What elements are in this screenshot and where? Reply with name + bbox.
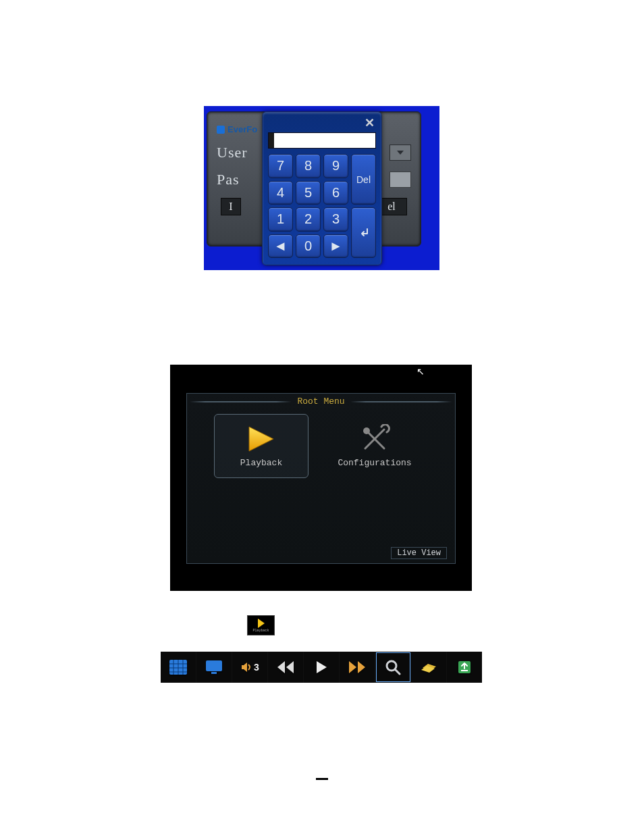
fast-forward-button[interactable] (340, 652, 375, 683)
root-menu-panel: Root Menu Playback (186, 393, 456, 564)
export-icon (456, 659, 473, 675)
key-3[interactable]: 3 (323, 207, 348, 232)
key-left[interactable]: ◄ (268, 234, 293, 259)
play-icon (258, 619, 265, 628)
cancel-fragment: el (387, 201, 396, 213)
multi-view-button[interactable] (161, 652, 196, 683)
grid-icon (169, 659, 188, 675)
root-menu-playback[interactable]: Playback (214, 414, 308, 478)
key-7[interactable]: 7 (268, 154, 293, 178)
playback-icon-button[interactable]: Playback (247, 615, 275, 635)
root-menu-figure: ↖ Root Menu Playback (170, 365, 472, 591)
key-5[interactable]: 5 (296, 181, 321, 205)
key-enter[interactable] (351, 207, 376, 258)
svg-point-2 (363, 427, 370, 434)
audio-channel-button[interactable]: 3 (232, 652, 268, 683)
export-button[interactable] (447, 652, 482, 683)
text-cursor (269, 133, 274, 148)
root-menu-configurations[interactable]: Configurations (327, 414, 422, 478)
audio-channel-number: 3 (254, 662, 259, 673)
play-button[interactable] (304, 652, 340, 683)
key-0[interactable]: 0 (296, 234, 321, 259)
monitor-icon (205, 660, 223, 675)
play-icon (315, 660, 328, 674)
archive-button[interactable] (411, 652, 447, 683)
login-keypad-figure: EverFo User Pas I el ✕ 7 8 9 (204, 106, 439, 270)
rewind-button[interactable] (268, 652, 304, 683)
tools-icon (358, 424, 391, 454)
key-del[interactable]: Del (351, 154, 376, 205)
live-view-button[interactable]: Live View (391, 547, 447, 559)
key-2[interactable]: 2 (296, 207, 321, 232)
hr-right (350, 401, 452, 402)
key-8[interactable]: 8 (296, 154, 321, 178)
enter-icon (358, 227, 370, 239)
numeric-keypad: ✕ 7 8 9 Del 4 5 6 1 2 3 ◄ 0 ► (262, 111, 382, 265)
svg-line-13 (395, 669, 400, 674)
keypad-display[interactable] (268, 132, 376, 149)
playback-label: Playback (240, 458, 282, 468)
root-menu-title: Root Menu (297, 396, 344, 407)
password-input[interactable] (390, 172, 411, 188)
key-9[interactable]: 9 (323, 154, 348, 178)
play-icon (245, 424, 277, 454)
magnifier-icon (385, 659, 401, 675)
password-label: Pas (217, 171, 240, 188)
key-1[interactable]: 1 (268, 207, 293, 232)
fast-forward-icon (348, 660, 366, 674)
hr-left (190, 401, 292, 402)
folder-stack-icon (420, 660, 437, 675)
playback-caption: Playback (252, 629, 269, 633)
svg-rect-10 (206, 660, 222, 671)
configurations-label: Configurations (338, 458, 411, 468)
user-label: User (217, 144, 248, 161)
root-menu-header: Root Menu (187, 396, 455, 407)
search-button[interactable] (375, 652, 411, 683)
brand-text: EverFo (227, 124, 257, 134)
chevron-down-icon (397, 151, 404, 155)
mouse-cursor-icon: ↖ (417, 366, 425, 377)
close-icon[interactable]: ✕ (363, 116, 376, 130)
svg-rect-11 (211, 672, 217, 674)
rewind-icon (277, 660, 294, 674)
login-ok-button[interactable]: I (221, 198, 241, 215)
brand-icon (217, 126, 225, 134)
page-indicator (316, 778, 328, 780)
user-dropdown[interactable] (390, 145, 411, 161)
single-view-button[interactable] (196, 652, 232, 683)
playback-toolbar: 3 (161, 652, 482, 683)
speaker-icon (240, 661, 252, 673)
key-right[interactable]: ► (323, 234, 348, 259)
key-4[interactable]: 4 (268, 181, 293, 205)
key-6[interactable]: 6 (323, 181, 348, 205)
